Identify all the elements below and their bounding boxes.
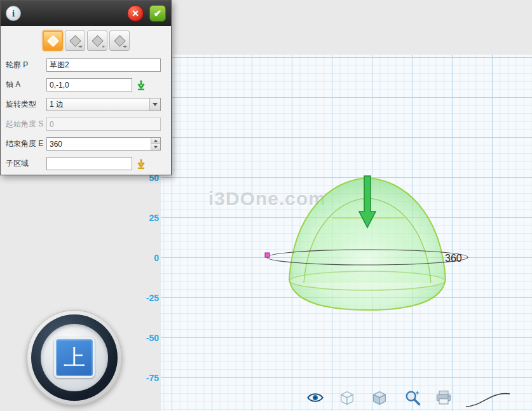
chevron-down-icon: [154, 146, 158, 149]
arrows-icon: ▸: [102, 44, 105, 49]
axis-pick-arrow-icon[interactable]: [135, 79, 147, 91]
start-angle-label: 起始角度 S: [6, 119, 46, 130]
sketch-curve: [464, 387, 512, 409]
subregion-label: 子区域: [6, 158, 46, 169]
view-orientation-widget[interactable]: 上: [27, 310, 122, 405]
shaded-cube-icon[interactable]: [371, 389, 388, 407]
wireframe-cube-icon[interactable]: [338, 389, 356, 407]
axis-label: 轴 A: [6, 79, 46, 90]
arrows-icon: ◂▸: [123, 44, 127, 49]
chevron-up-icon: [154, 140, 158, 142]
end-angle-spinner: [46, 137, 161, 151]
cancel-button[interactable]: ✕: [127, 5, 144, 22]
angle-label: 360: [445, 253, 462, 264]
axis-tick: -50: [133, 333, 159, 343]
printer-icon[interactable]: [435, 389, 453, 407]
field-row-start-angle: 起始角度 S: [1, 114, 171, 134]
axis-tick: 0: [133, 253, 159, 263]
axis-tick: -25: [133, 293, 159, 303]
chevron-down-icon: [153, 103, 158, 106]
confirm-button[interactable]: ✔: [149, 5, 166, 22]
zoom-magnifier-icon[interactable]: [404, 389, 421, 407]
mode-add-button[interactable]: ▸: [87, 30, 107, 51]
revolve-type-value: 1 边: [47, 99, 149, 110]
revolve-type-label: 旋转类型: [6, 99, 46, 110]
mode-solid-button[interactable]: [43, 30, 63, 51]
start-point-marker[interactable]: [265, 253, 269, 257]
revolve-mode-toolbar: ◂▸ ▸ ◂▸: [1, 26, 171, 55]
arrows-icon: ◂▸: [78, 44, 83, 49]
end-angle-label: 结束角度 E: [6, 138, 46, 149]
field-row-profile: 轮廓 P: [1, 55, 171, 75]
spin-up-button[interactable]: [151, 138, 160, 144]
axis-tick: 25: [133, 213, 159, 223]
spin-down-button[interactable]: [151, 144, 160, 150]
field-row-axis: 轴 A: [1, 75, 171, 95]
subregion-pick-arrow-icon[interactable]: [135, 158, 147, 170]
field-row-end-angle: 结束角度 E: [1, 134, 171, 154]
start-angle-input: [46, 118, 161, 131]
app-window: i3DOne.com 50 25 0 -25 -50 -75 360: [0, 0, 532, 411]
profile-label: 轮廓 P: [6, 60, 46, 71]
axis-input[interactable]: [46, 78, 132, 91]
field-row-subregion: 子区域: [1, 154, 171, 173]
revolve-dialog: i ✕ ✔ ◂▸ ▸ ◂▸ 轮廓 P: [0, 0, 172, 175]
mode-cut-button[interactable]: ◂▸: [109, 30, 130, 51]
revolve-type-dropdown[interactable]: 1 边: [46, 98, 161, 111]
dropdown-arrow-button[interactable]: [149, 98, 160, 111]
info-icon[interactable]: i: [6, 6, 21, 21]
end-angle-input[interactable]: [47, 138, 151, 150]
axis-tick: -75: [133, 373, 159, 383]
dialog-titlebar[interactable]: i ✕ ✔: [1, 1, 171, 26]
field-row-revolve-type: 旋转类型 1 边: [1, 95, 171, 114]
spinner-buttons: [151, 138, 160, 150]
view-cube-top-face[interactable]: 上: [54, 337, 95, 378]
diamond-icon: [92, 35, 103, 46]
profile-input[interactable]: [46, 58, 161, 72]
subregion-input[interactable]: [46, 157, 132, 170]
mode-surface-button[interactable]: ◂▸: [65, 30, 85, 51]
revolve-preview-geometry[interactable]: 360: [254, 162, 483, 321]
diamond-icon: [47, 35, 58, 46]
visibility-eye-icon[interactable]: [306, 389, 324, 407]
